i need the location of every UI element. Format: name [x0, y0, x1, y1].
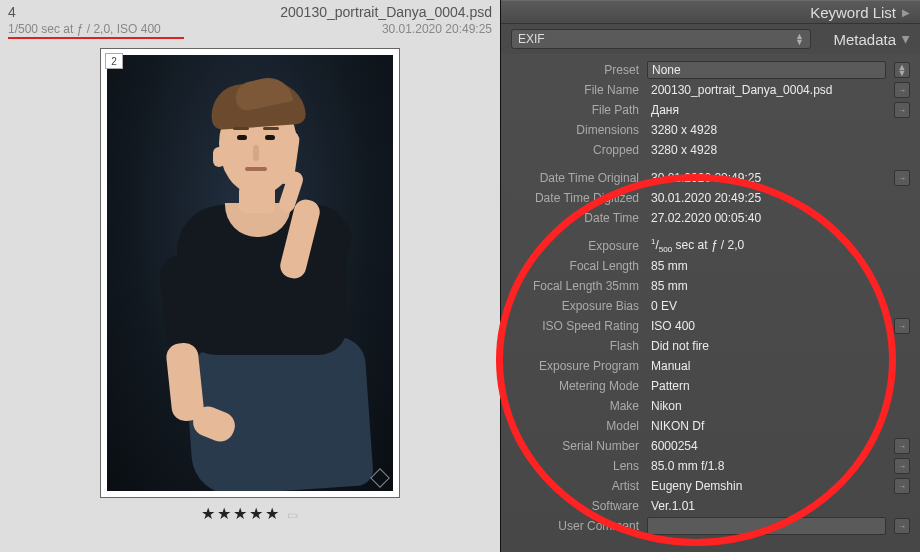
goto-icon[interactable]: →: [894, 102, 910, 118]
thumbnail-area: 2: [0, 42, 500, 552]
metadata-field-value[interactable]: NIKON Df: [647, 417, 886, 435]
goto-icon[interactable]: →: [894, 170, 910, 186]
exposure-summary: 1/500 sec at ƒ / 2,0, ISO 400: [8, 22, 161, 36]
metadata-field-value[interactable]: ISO 400: [647, 317, 886, 335]
metadata-row: Date Time27.02.2020 00:05:40: [501, 208, 910, 228]
preview-header: 4 200130_portrait_Danya_0004.psd: [0, 0, 500, 22]
metadata-row: Focal Length85 mm: [501, 256, 910, 276]
goto-icon[interactable]: →: [894, 518, 910, 534]
chevron-down-icon[interactable]: ▶: [901, 35, 912, 43]
spacer: [894, 258, 910, 274]
metadata-row: SoftwareVer.1.01: [501, 496, 910, 516]
metadata-field-value[interactable]: 85 mm: [647, 257, 886, 275]
metadata-field-label: Software: [501, 499, 639, 513]
star-icons[interactable]: ★★★★★: [201, 505, 281, 522]
spacer: [894, 190, 910, 206]
metadata-field-label: Dimensions: [501, 123, 639, 137]
metadata-field-value[interactable]: Manual: [647, 357, 886, 375]
metadata-row: Date Time Original30.01.2020 20:49:25→: [501, 168, 910, 188]
updown-icon[interactable]: ▲▼: [894, 62, 910, 78]
metadata-field-value[interactable]: 6000254: [647, 437, 886, 455]
metadata-row: User Comment→: [501, 516, 910, 536]
spacer: [894, 142, 910, 158]
spacer: [894, 210, 910, 226]
capture-datetime: 30.01.2020 20:49:25: [382, 22, 492, 36]
spacer: [894, 122, 910, 138]
spacer: [894, 338, 910, 354]
spacer: [894, 278, 910, 294]
metadata-field-value[interactable]: 27.02.2020 00:05:40: [647, 209, 886, 227]
metadata-field-value[interactable]: 30.01.2020 20:49:25: [647, 169, 886, 187]
metadata-field-label: Date Time Digitized: [501, 191, 639, 205]
preview-subheader: 1/500 sec at ƒ / 2,0, ISO 400 30.01.2020…: [0, 22, 500, 42]
metadata-row: Cropped3280 x 4928: [501, 140, 910, 160]
metadata-row: ISO Speed RatingISO 400→: [501, 316, 910, 336]
preset-dropdown[interactable]: None: [647, 61, 886, 79]
metadata-field-value[interactable]: 3280 x 4928: [647, 121, 886, 139]
preview-pane: 4 200130_portrait_Danya_0004.psd 1/500 s…: [0, 0, 500, 552]
metadata-field-label: Exposure: [501, 239, 639, 253]
metadata-row: File PathДаня→: [501, 100, 910, 120]
metadata-field-label: Cropped: [501, 143, 639, 157]
metadata-field-label: Artist: [501, 479, 639, 493]
metadata-row: FlashDid not fire: [501, 336, 910, 356]
metadata-row: Lens85.0 mm f/1.8→: [501, 456, 910, 476]
spacer: [894, 298, 910, 314]
metadata-row: MakeNikon: [501, 396, 910, 416]
metadata-field-label: Date Time: [501, 211, 639, 225]
metadata-field-label: Focal Length 35mm: [501, 279, 639, 293]
metadata-field-value[interactable]: Даня: [647, 101, 886, 119]
image-index: 4: [8, 4, 16, 20]
sequence-badge: 2: [105, 53, 123, 69]
metadata-field-label: Model: [501, 419, 639, 433]
metadata-row: Serial Number6000254→: [501, 436, 910, 456]
clear-rating-icon[interactable]: ▭: [287, 508, 300, 522]
metadata-field-value[interactable]: [647, 517, 886, 535]
metadata-field-label: Flash: [501, 339, 639, 353]
metadata-field-value[interactable]: 85.0 mm f/1.8: [647, 457, 886, 475]
preset-label: Preset: [501, 63, 639, 77]
metadata-field-value[interactable]: 30.01.2020 20:49:25: [647, 189, 886, 207]
metadata-field-label: Focal Length: [501, 259, 639, 273]
dropdown-value: EXIF: [518, 32, 545, 46]
metadata-row: ModelNIKON Df: [501, 416, 910, 436]
metadata-field-value[interactable]: 85 mm: [647, 277, 886, 295]
annotation-underline: [8, 37, 184, 39]
metadata-set-dropdown[interactable]: EXIF ▲▼: [511, 29, 811, 49]
metadata-field-value[interactable]: Ver.1.01: [647, 497, 886, 515]
metadata-field-value[interactable]: 200130_portrait_Danya_0004.psd: [647, 81, 886, 99]
metadata-field-value[interactable]: Did not fire: [647, 337, 886, 355]
thumbnail-frame[interactable]: 2: [100, 48, 400, 498]
metadata-field-value[interactable]: 1/500 sec at ƒ / 2,0: [647, 235, 886, 256]
metadata-field-label: Serial Number: [501, 439, 639, 453]
metadata-field-value[interactable]: 3280 x 4928: [647, 141, 886, 159]
metadata-field-value[interactable]: 0 EV: [647, 297, 886, 315]
metadata-row: ArtistEugeny Demshin→: [501, 476, 910, 496]
metadata-panel: Keyword List ▶ EXIF ▲▼ Metadata ▶ Preset…: [500, 0, 920, 552]
metadata-row: Exposure1/500 sec at ƒ / 2,0: [501, 236, 910, 256]
image-filename: 200130_portrait_Danya_0004.psd: [280, 4, 492, 20]
metadata-field-value[interactable]: Pattern: [647, 377, 886, 395]
star-rating[interactable]: ★★★★★▭: [201, 504, 300, 523]
metadata-field-label: Date Time Original: [501, 171, 639, 185]
portrait-subject: [107, 55, 393, 491]
goto-icon[interactable]: →: [894, 438, 910, 454]
spacer: [894, 378, 910, 394]
metadata-field-value[interactable]: Eugeny Demshin: [647, 477, 886, 495]
metadata-field-label: ISO Speed Rating: [501, 319, 639, 333]
spacer: [894, 358, 910, 374]
metadata-field-label: File Name: [501, 83, 639, 97]
spacer: [894, 498, 910, 514]
app-root: 4 200130_portrait_Danya_0004.psd 1/500 s…: [0, 0, 920, 552]
metadata-field-value[interactable]: Nikon: [647, 397, 886, 415]
metadata-field-label: Make: [501, 399, 639, 413]
goto-icon[interactable]: →: [894, 478, 910, 494]
spacer: [894, 418, 910, 434]
goto-icon[interactable]: →: [894, 458, 910, 474]
goto-icon[interactable]: →: [894, 318, 910, 334]
goto-icon[interactable]: →: [894, 82, 910, 98]
updown-icon: ▲▼: [795, 33, 804, 45]
thumbnail-image: [107, 55, 393, 491]
keyword-list-header[interactable]: Keyword List ▶: [501, 0, 920, 24]
spacer: [894, 238, 910, 254]
